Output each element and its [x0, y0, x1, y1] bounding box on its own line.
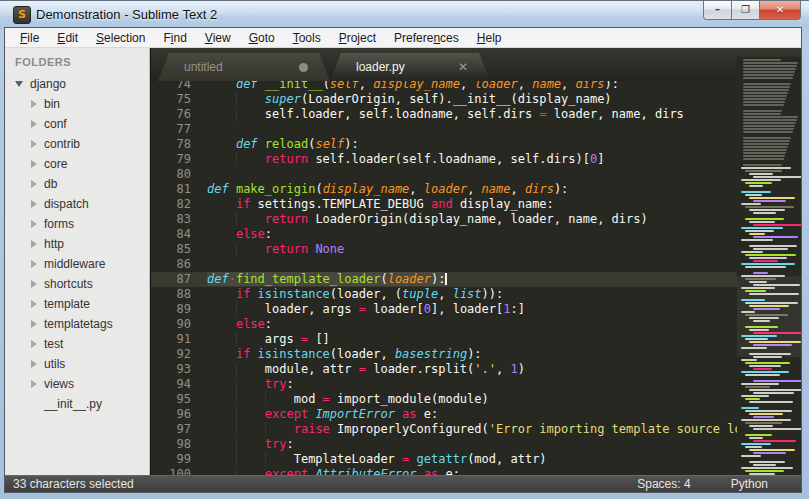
code-line[interactable]: 89 loader, args = loader[0], loader[1:]: [151, 302, 801, 317]
close-button[interactable]: ✕: [759, 1, 801, 20]
window-titlebar[interactable]: S Demonstration - Sublime Text 2 – ❐ ✕: [0, 0, 809, 28]
arrow-right-icon[interactable]: [31, 300, 37, 308]
arrow-right-icon[interactable]: [31, 340, 37, 348]
code-line[interactable]: 76 self.loader, self.loadname, self.dirs…: [151, 107, 801, 122]
line-number: 75: [151, 92, 191, 107]
code-line[interactable]: 93 module, attr = loader.rsplit('.', 1): [151, 362, 801, 377]
code-line[interactable]: 81def make_origin(display_name, loader, …: [151, 182, 801, 197]
text-cursor: [445, 273, 447, 285]
code-line[interactable]: 74 def __init__(self, display_name, load…: [151, 81, 801, 92]
code-line[interactable]: 85 return None: [151, 242, 801, 257]
code-text: if isinstance(loader, (tuple, list)):: [207, 287, 503, 302]
arrow-right-icon[interactable]: [31, 380, 37, 388]
code-line[interactable]: 90 else:: [151, 317, 801, 332]
tab-label: loader.py: [356, 60, 405, 74]
code-line[interactable]: 86: [151, 257, 801, 272]
arrow-right-icon[interactable]: [31, 200, 37, 208]
tree-item-django[interactable]: django: [5, 74, 149, 94]
code-text: else:: [207, 227, 272, 242]
tree-item-conf[interactable]: conf: [5, 114, 149, 134]
tree-item-utils[interactable]: utils: [5, 354, 149, 374]
indent-guide: [236, 363, 237, 376]
menu-item-view[interactable]: View: [196, 29, 240, 47]
line-number: 92: [151, 347, 191, 362]
arrow-right-icon[interactable]: [31, 120, 37, 128]
arrow-down-icon[interactable]: [15, 81, 23, 87]
tree-item-bin[interactable]: bin: [5, 94, 149, 114]
tree-item-label: test: [44, 337, 63, 351]
maximize-button[interactable]: ❐: [732, 1, 759, 20]
tree-item-shortcuts[interactable]: shortcuts: [5, 274, 149, 294]
menu-item-file[interactable]: File: [11, 29, 48, 47]
code-line[interactable]: 79 return self.loader(self.loadname, sel…: [151, 152, 801, 167]
code-line[interactable]: 91 args = []: [151, 332, 801, 347]
tree-item-label: contrib: [44, 137, 80, 151]
tree-item-db[interactable]: db: [5, 174, 149, 194]
menu-item-project[interactable]: Project: [330, 29, 385, 47]
arrow-right-icon[interactable]: [31, 320, 37, 328]
tab-loader-py[interactable]: loader.py✕: [330, 53, 490, 81]
code-line[interactable]: 82 if settings.TEMPLATE_DEBUG and displa…: [151, 197, 801, 212]
minimap-viewport[interactable]: [737, 276, 801, 357]
arrow-right-icon[interactable]: [31, 360, 37, 368]
tree-item-templatetags[interactable]: templatetags: [5, 314, 149, 334]
menu-item-help[interactable]: Help: [468, 29, 511, 47]
code-line[interactable]: 83 return LoaderOrigin(display_name, loa…: [151, 212, 801, 227]
tree-item-middleware[interactable]: middleware: [5, 254, 149, 274]
code-line[interactable]: 96 except ImportError as e:: [151, 407, 801, 422]
arrow-right-icon[interactable]: [31, 160, 37, 168]
menu-item-tools[interactable]: Tools: [284, 29, 330, 47]
tree-item-core[interactable]: core: [5, 154, 149, 174]
tree-item-views[interactable]: views: [5, 374, 149, 394]
menu-item-find[interactable]: Find: [154, 29, 195, 47]
code-text: try:: [207, 377, 294, 392]
code-line[interactable]: 80: [151, 167, 801, 182]
menu-item-selection[interactable]: Selection: [87, 29, 154, 47]
status-indent-setting[interactable]: Spaces: 4: [637, 477, 690, 491]
minimize-button[interactable]: –: [703, 1, 732, 20]
tree-item-template[interactable]: template: [5, 294, 149, 314]
code-line[interactable]: 92 if isinstance(loader, basestring):: [151, 347, 801, 362]
tree-item-http[interactable]: http: [5, 234, 149, 254]
menu-item-edit[interactable]: Edit: [48, 29, 87, 47]
tree-item-test[interactable]: test: [5, 334, 149, 354]
sublime-logo-icon: S: [13, 6, 31, 24]
line-number: 93: [151, 362, 191, 377]
tab-close-icon[interactable]: ✕: [458, 61, 468, 73]
minimap[interactable]: [737, 57, 801, 475]
code-line[interactable]: 100 except AttributeError as e:: [151, 467, 801, 475]
code-line[interactable]: 78 def reload(self):: [151, 137, 801, 152]
arrow-right-icon[interactable]: [31, 280, 37, 288]
code-text: except AttributeError as e:: [207, 467, 460, 475]
menu-item-preferences[interactable]: Preferences: [385, 29, 468, 47]
arrow-right-icon[interactable]: [31, 220, 37, 228]
status-syntax-name[interactable]: Python: [731, 477, 768, 491]
arrow-right-icon[interactable]: [31, 100, 37, 108]
tab-untitled[interactable]: untitled: [158, 53, 330, 81]
code-line[interactable]: 87def·find_template_loader(loader):: [151, 272, 801, 287]
tree-item--init-py[interactable]: __init__.py: [5, 394, 149, 414]
code-text: return None: [207, 242, 344, 257]
status-bar: 33 characters selected Spaces: 4 Python: [5, 475, 801, 492]
code-line[interactable]: 95 mod = import_module(module): [151, 392, 801, 407]
code-line[interactable]: 88 if isinstance(loader, (tuple, list)):: [151, 287, 801, 302]
code-text: TemplateLoader = getattr(mod, attr): [207, 452, 547, 467]
code-line[interactable]: 97 raise ImproperlyConfigured('Error imp…: [151, 422, 801, 437]
tree-item-forms[interactable]: forms: [5, 214, 149, 234]
arrow-right-icon[interactable]: [31, 140, 37, 148]
menu-item-goto[interactable]: Goto: [240, 29, 284, 47]
tree-item-dispatch[interactable]: dispatch: [5, 194, 149, 214]
code-line[interactable]: 77: [151, 122, 801, 137]
code-line[interactable]: 99 TemplateLoader = getattr(mod, attr): [151, 452, 801, 467]
code-line[interactable]: 98 try:: [151, 437, 801, 452]
code-line[interactable]: 84 else:: [151, 227, 801, 242]
arrow-right-icon[interactable]: [31, 240, 37, 248]
arrow-right-icon[interactable]: [31, 260, 37, 268]
line-number: 83: [151, 212, 191, 227]
code-line[interactable]: 94 try:: [151, 377, 801, 392]
code-line[interactable]: 75 super(LoaderOrigin, self).__init__(di…: [151, 92, 801, 107]
code-editor[interactable]: 74 def __init__(self, display_name, load…: [151, 81, 801, 475]
arrow-right-icon[interactable]: [31, 180, 37, 188]
code-text: if isinstance(loader, basestring):: [207, 347, 482, 362]
tree-item-contrib[interactable]: contrib: [5, 134, 149, 154]
